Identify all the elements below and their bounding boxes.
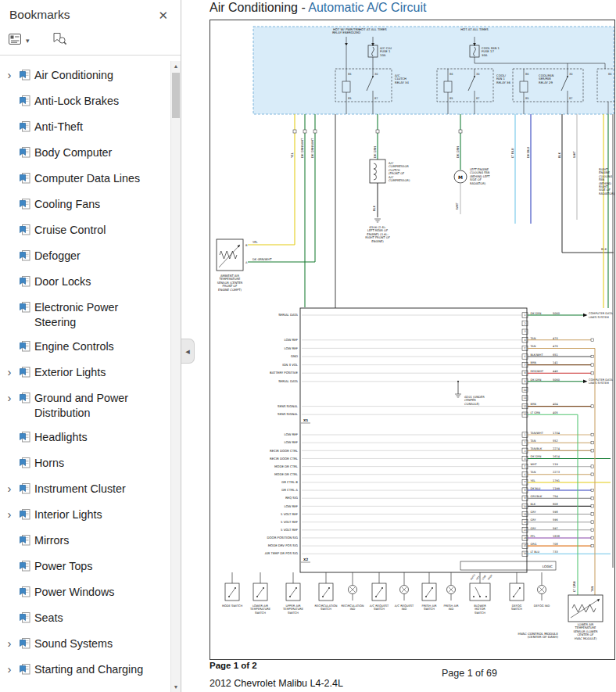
svg-text:AMBIENT AIR: AMBIENT AIR [220, 274, 239, 278]
collapse-panel-button[interactable]: ◂ [181, 339, 195, 364]
svg-text:1704: 1704 [553, 432, 560, 435]
svg-text:YEL: YEL [252, 241, 259, 244]
bookmark-item[interactable]: Headlights [0, 425, 181, 451]
svg-text:G201 (UNDER: G201 (UNDER [464, 396, 485, 399]
bookmark-item[interactable]: ›Air Conditioning [0, 63, 181, 89]
chevron-right-icon[interactable]: › [0, 482, 19, 496]
bookmark-item[interactable]: Door Locks [0, 270, 181, 296]
bookmark-item-label: Sound Systems [34, 636, 116, 651]
bookmark-item[interactable]: Electronic Power Steering [0, 296, 181, 335]
svg-text:2273: 2273 [553, 471, 560, 474]
chevron-right-icon[interactable]: › [0, 68, 19, 82]
svg-text:12: 12 [523, 521, 526, 524]
bookmark-item[interactable]: Body Computer [0, 141, 181, 167]
find-current-bookmark-button[interactable] [52, 32, 67, 48]
scroll-down-button[interactable]: ▼ [171, 682, 181, 692]
svg-text:RIGHT: RIGHT [599, 185, 608, 188]
svg-text:16: 16 [523, 552, 526, 555]
bookmark-icon [19, 507, 34, 524]
svg-text:10A: 10A [380, 53, 386, 57]
scroll-thumb[interactable] [172, 73, 180, 118]
wiring-diagram-frame: HOT W/ PWR/TRNRELAY ENERGIZEDHOT AT ALL … [210, 20, 615, 660]
svg-text:TAN: TAN [530, 337, 536, 340]
svg-text:TAN/WHT: TAN/WHT [530, 432, 544, 435]
svg-text:5: 5 [524, 465, 525, 468]
svg-text:BLK: BLK [557, 152, 561, 158]
chevron-right-icon[interactable]: › [0, 636, 19, 651]
bookmark-item[interactable]: ›Ground and Power Distribution [0, 386, 181, 425]
bookmark-icon [19, 585, 34, 601]
bookmark-item[interactable]: ›Sound Systems [0, 632, 181, 658]
svg-text:LT GRN: LT GRN [572, 581, 576, 592]
document-title-link[interactable]: Automatic A/C Circuit [308, 1, 426, 14]
svg-text:MODE DR CTRL: MODE DR CTRL [274, 464, 299, 468]
svg-text:LOWER AIR: LOWER AIR [252, 604, 269, 608]
svg-text:A: A [245, 261, 248, 264]
svg-text:G106 (2.4L:: G106 (2.4L: [369, 226, 386, 229]
svg-text:DK GRN/WHT: DK GRN/WHT [300, 138, 304, 158]
svg-text:CENTER OF: CENTER OF [577, 633, 593, 636]
svg-text:85: 85 [449, 97, 453, 100]
svg-text:DK GRN: DK GRN [531, 455, 542, 458]
scroll-up-button[interactable]: ▲ [171, 61, 181, 71]
bookmark-icon [19, 145, 34, 162]
bookmark-item-label: Starting and Charging [34, 662, 146, 677]
svg-text:WHT: WHT [455, 202, 459, 210]
bookmark-item[interactable]: ›Interior Lights [0, 503, 181, 529]
bookmark-item[interactable]: Anti-Theft [0, 115, 181, 141]
bookmark-item[interactable]: Computer Data Lines [0, 167, 181, 192]
svg-text:(FRONT OF: (FRONT OF [389, 172, 404, 175]
svg-text:5060: 5060 [553, 378, 560, 382]
svg-text:REQ SIG: REQ SIG [285, 496, 298, 500]
bookmark-item[interactable]: Engine Controls [0, 335, 181, 360]
bookmark-item[interactable]: Defogger [0, 244, 181, 270]
diagram-page-note: Page 1 of 2 [210, 661, 257, 670]
svg-text:BRN: BRN [531, 403, 537, 406]
document-pane: Air Conditioning - Automatic A/C Circuit… [182, 0, 616, 692]
bookmark-item[interactable]: Anti-Lock Brakes [0, 89, 181, 115]
svg-text:808: 808 [553, 503, 558, 506]
bookmark-options-button[interactable]: ▾ [8, 33, 30, 48]
svg-text:552: 552 [553, 439, 558, 443]
bookmark-item[interactable]: Cruise Control [0, 218, 181, 244]
bookmark-item-label: Computer Data Lines [34, 171, 143, 186]
chevron-right-icon[interactable]: › [0, 365, 19, 379]
sidebar-scrollbar[interactable]: ▲ ▼ [170, 61, 181, 692]
svg-text:GND: GND [291, 354, 298, 358]
bookmark-item[interactable]: Seats [0, 606, 181, 632]
chevron-right-icon[interactable]: › [0, 507, 19, 522]
svg-text:LOW REF: LOW REF [284, 432, 298, 436]
bookmark-item[interactable]: Power Windows [0, 580, 181, 606]
svg-text:IGN 3 VOL: IGN 3 VOL [282, 363, 299, 367]
svg-text:DEFOG IND: DEFOG IND [534, 604, 550, 608]
bookmark-item[interactable]: ›Instrument Cluster [0, 477, 181, 503]
bookmark-item-label: Ground and Power Distribution [34, 391, 152, 421]
svg-text:MOTOR: MOTOR [475, 608, 485, 611]
svg-text:5060: 5060 [553, 312, 560, 315]
svg-text:RELAY 36: RELAY 36 [496, 81, 510, 84]
bookmark-item[interactable]: ›Exterior Lights [0, 360, 181, 386]
bookmarks-panel: Bookmarks ✕ ▾ [0, 0, 181, 692]
svg-text:TEMPERATURE: TEMPERATURE [282, 608, 304, 611]
svg-text:1838: 1838 [553, 535, 560, 538]
svg-text:5 VOLT REF: 5 VOLT REF [281, 520, 299, 524]
svg-text:30: 30 [569, 73, 572, 76]
bookmark-item[interactable]: Cooling Fans [0, 192, 181, 218]
svg-text:RADIATOR): RADIATOR) [470, 182, 486, 185]
close-panel-button[interactable]: ✕ [158, 9, 168, 21]
svg-text:597: 597 [553, 527, 558, 530]
svg-text:ENGINE): ENGINE) [371, 240, 384, 243]
module-switches: MODE SWITCHLOWER AIRTEMPERATURESWITCHUPP… [222, 572, 559, 639]
svg-text:DEFOG: DEFOG [512, 604, 522, 608]
bookmark-icon [19, 456, 34, 472]
bookmark-item[interactable]: Power Tops [0, 554, 181, 580]
bookmark-item[interactable]: Horns [0, 451, 181, 477]
chevron-right-icon[interactable]: › [0, 662, 19, 676]
svg-text:DK GRN/WHT: DK GRN/WHT [310, 138, 314, 158]
svg-text:MODE DR CTRL: MODE DR CTRL [274, 472, 299, 476]
svg-text:DK GRN/WHT: DK GRN/WHT [252, 258, 272, 261]
bookmark-item[interactable]: ›Starting and Charging [0, 658, 181, 677]
chevron-right-icon[interactable]: › [0, 391, 19, 405]
svg-text:6: 6 [524, 473, 525, 476]
bookmark-item[interactable]: Mirrors [0, 529, 181, 554]
